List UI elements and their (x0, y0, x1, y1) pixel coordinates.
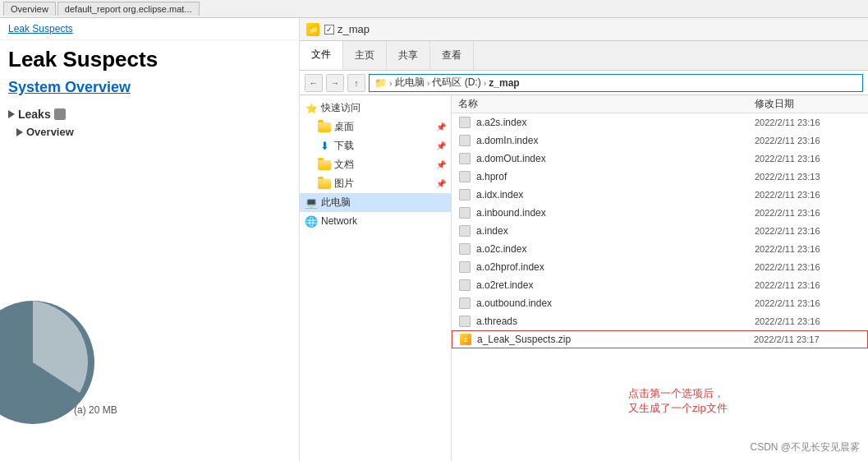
ribbon-tab-share[interactable]: 共享 (387, 41, 430, 70)
file-items-container: a.a2s.index2022/2/11 23:16a.domIn.index2… (452, 113, 868, 348)
path-part-1: 📁 (374, 77, 387, 89)
file-name: a.o2c.index (476, 243, 755, 255)
zip-file-icon: Z (459, 333, 472, 346)
explorer-body: ⭐ 快速访问 桌面 📌 ⬇ 下载 📌 (300, 95, 868, 461)
path-separator-2: › (427, 78, 430, 88)
breadcrumb[interactable]: Leak Suspects (0, 18, 299, 40)
nav-item-docs[interactable]: 文档 📌 (300, 155, 451, 174)
file-item[interactable]: a.o2c.index2022/2/11 23:16 (452, 240, 868, 258)
path-drive: 代码区 (D:) (432, 76, 480, 90)
file-item[interactable]: a.threads2022/2/11 23:16 (452, 312, 868, 330)
file-item[interactable]: a.o2ret.index2022/2/11 23:16 (452, 276, 868, 294)
file-item[interactable]: a.domIn.index2022/2/11 23:16 (452, 131, 868, 150)
file-item[interactable]: a.hprof2022/2/11 23:13 (452, 168, 868, 186)
left-panel: Leak Suspects Leak Suspects System Overv… (0, 18, 300, 461)
csdn-watermark: CSDN @不见长安见晨雾 (750, 440, 860, 454)
file-item[interactable]: a.a2s.index2022/2/11 23:16 (452, 113, 868, 131)
docs-folder-icon (318, 159, 331, 172)
leaks-header[interactable]: Leaks (8, 106, 291, 122)
tab-overview[interactable]: Overview (3, 2, 56, 16)
main-content: Leak Suspects Leak Suspects System Overv… (0, 18, 868, 461)
pin-icon-4: 📌 (436, 179, 446, 188)
nav-item-downloads[interactable]: ⬇ 下载 📌 (300, 136, 451, 155)
index-file-icon (458, 188, 471, 201)
address-bar: ← → ↑ 📁 › 此电脑 › 代码区 (D:) › z_map (300, 71, 868, 95)
file-item[interactable]: a.index2022/2/11 23:16 (452, 222, 868, 240)
overview-header[interactable]: Overview (8, 122, 291, 141)
nav-up-button[interactable]: ↑ (347, 74, 365, 92)
file-item[interactable]: a.domOut.index2022/2/11 23:16 (452, 150, 868, 168)
ribbon-tab-file[interactable]: 文件 (300, 41, 343, 70)
file-name: a.index (476, 225, 755, 237)
ribbon: 文件 主页 共享 查看 (300, 41, 868, 71)
index-file-icon (458, 315, 471, 328)
index-file-icon (458, 152, 471, 165)
path-folder: z_map (489, 77, 519, 89)
folder-title-icon: 📁 (306, 23, 319, 36)
path-computer: 此电脑 (395, 76, 425, 90)
pie-label: (a) 20 MB (74, 404, 117, 416)
index-file-icon (458, 224, 471, 237)
file-date: 2022/2/11 23:16 (755, 244, 861, 254)
file-item[interactable]: Za_Leak_Suspects.zip2022/2/11 23:17 (452, 330, 868, 348)
file-name: a.domOut.index (476, 153, 755, 164)
nav-item-desktop[interactable]: 桌面 📌 (300, 118, 451, 136)
index-file-icon (458, 116, 471, 129)
file-item[interactable]: a.inbound.index2022/2/11 23:16 (452, 204, 868, 222)
file-name: a_Leak_Suspects.zip (477, 334, 754, 345)
nav-forward-button[interactable]: → (326, 74, 344, 92)
file-name: a.threads (476, 316, 755, 327)
file-item[interactable]: a.idx.index2022/2/11 23:16 (452, 186, 868, 204)
path-separator-3: › (484, 78, 487, 88)
address-path[interactable]: 📁 › 此电脑 › 代码区 (D:) › z_map (369, 74, 863, 92)
col-header-name: 名称 (458, 97, 755, 111)
quickaccess-icon: ⭐ (305, 102, 318, 115)
network-icon: 🌐 (305, 214, 318, 228)
top-bar: Overview default_report org.eclipse.mat.… (0, 0, 868, 18)
pin-icon: 📌 (436, 122, 446, 131)
file-date: 2022/2/11 23:16 (755, 136, 861, 145)
pictures-folder-icon (318, 177, 331, 191)
explorer-title: z_map (338, 23, 370, 35)
index-file-icon (458, 206, 471, 219)
download-icon: ⬇ (318, 140, 331, 153)
annotation-line2: 又生成了一个zip文件 (628, 401, 728, 416)
ribbon-tab-view[interactable]: 查看 (430, 41, 474, 70)
index-file-icon (458, 242, 471, 256)
file-name: a.o2hprof.index (476, 261, 755, 273)
index-file-icon (458, 134, 471, 147)
file-date: 2022/2/11 23:17 (754, 334, 861, 344)
file-name: a.inbound.index (476, 207, 755, 219)
nav-item-network[interactable]: 🌐 Network (300, 212, 451, 230)
explorer-titlebar: 📁 ✓ z_map (300, 18, 868, 41)
index-file-icon (458, 170, 471, 183)
file-date: 2022/2/11 23:16 (755, 208, 861, 218)
col-header-date: 修改日期 (755, 97, 861, 111)
file-item[interactable]: a.outbound.index2022/2/11 23:16 (452, 294, 868, 312)
file-name: a.domIn.index (476, 135, 755, 146)
file-name: a.outbound.index (476, 297, 755, 309)
index-file-icon (458, 260, 471, 274)
collapse-triangle (8, 110, 15, 118)
overview-triangle (16, 128, 23, 136)
nav-back-button[interactable]: ← (305, 74, 323, 92)
nav-tree: ⭐ 快速访问 桌面 📌 ⬇ 下载 📌 (300, 95, 452, 461)
file-name: a.idx.index (476, 189, 755, 201)
ribbon-tab-home[interactable]: 主页 (343, 41, 387, 70)
nav-item-quickaccess[interactable]: ⭐ 快速访问 (300, 99, 451, 118)
file-name: a.o2ret.index (476, 279, 755, 291)
system-overview-link[interactable]: System Overview (0, 76, 299, 103)
nav-item-thispc[interactable]: 💻 此电脑 (300, 193, 451, 212)
file-date: 2022/2/11 23:16 (755, 280, 861, 290)
overview-label: Overview (26, 126, 74, 138)
desktop-folder-icon (318, 121, 331, 134)
nav-item-pictures[interactable]: 图片 📌 (300, 174, 451, 193)
pin-icon-2: 📌 (436, 141, 446, 150)
file-date: 2022/2/11 23:16 (755, 262, 861, 272)
file-item[interactable]: a.o2hprof.index2022/2/11 23:16 (452, 258, 868, 276)
annotation: 点击第一个选项后， 又生成了一个zip文件 (628, 386, 728, 416)
title-checkbox[interactable]: ✓ (324, 25, 334, 35)
leaks-label: Leaks (18, 108, 51, 121)
path-separator-1: › (389, 78, 393, 88)
tab-default-report[interactable]: default_report org.eclipse.mat... (57, 2, 200, 16)
